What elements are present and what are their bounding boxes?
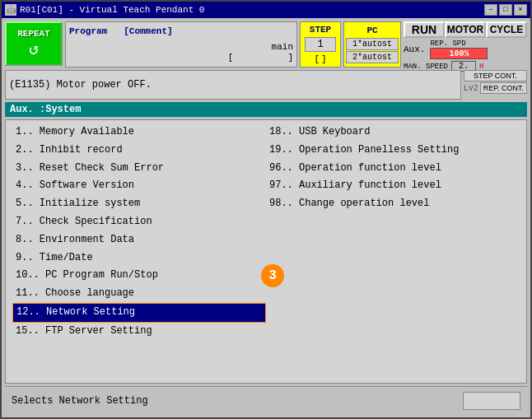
menu-item-18[interactable]: 18.. USB Keyboard <box>266 123 520 142</box>
step-value: 1 <box>305 37 336 52</box>
menu-item-97[interactable]: 97.. Auxiliary function level <box>266 177 520 195</box>
menu-right-col: 18.. USB Keyboard19.. Operation Panelles… <box>266 123 520 379</box>
menu-item-11[interactable]: 11.. Choose language <box>12 285 266 303</box>
menu-item-3[interactable]: 3.. Reset Check Sum Error <box>12 160 266 178</box>
rep-cont-button[interactable]: REP. CONT. <box>480 82 527 94</box>
menu-item-9[interactable]: 9.. Time/Date <box>12 249 266 268</box>
rep-spd-label: REP. SPD <box>430 40 465 48</box>
menu-item-5[interactable]: 5.. Initialize system <box>12 195 266 213</box>
program-value: main <box>272 42 293 52</box>
program-bracket2: ] <box>287 53 293 63</box>
window-title: R01[C01] - Virtual Teach Pendant 0 <box>20 5 204 15</box>
status-bar: Selects Network Setting <box>5 386 527 414</box>
step-annotation: 3 <box>261 264 284 287</box>
speed-bar-fill: 100% <box>431 49 487 58</box>
repeat-icon: ↺ <box>29 39 39 59</box>
lv2-label: Lv2 <box>464 84 478 93</box>
motor-button[interactable]: MOTOR <box>445 21 486 38</box>
step-bk2: ] <box>321 54 327 64</box>
main-area: REPEAT ↺ Program [Comment] main [ <box>2 18 530 417</box>
pc-value1: 1*autost <box>346 38 399 50</box>
repeat-label: REPEAT <box>17 29 50 39</box>
comment-label: [Comment] <box>124 26 172 36</box>
speed-bar: 100% <box>430 48 488 59</box>
message-text: (E1135) Motor power OFF. <box>9 79 152 91</box>
title-bar: 🤖 R01[C01] - Virtual Teach Pendant 0 – □… <box>2 2 530 18</box>
menu-item-12[interactable]: 12.. Network Setting <box>12 303 266 323</box>
message-box: (E1135) Motor power OFF. <box>5 70 461 100</box>
app-icon: 🤖 <box>5 4 16 16</box>
program-bracket: [ <box>228 53 234 63</box>
menu-item-19[interactable]: 19.. Operation Panelless Setting <box>266 142 520 160</box>
status-text: Selects Network Setting <box>12 395 148 407</box>
minimize-button[interactable]: – <box>484 4 497 16</box>
cycle-button[interactable]: CYCLE <box>486 21 527 38</box>
menu-item-1[interactable]: 1.. Memory Available <box>12 123 266 142</box>
pc-label: PC <box>366 26 377 35</box>
step-label: STEP <box>310 25 331 35</box>
repeat-button[interactable]: REPEAT ↺ <box>5 21 63 66</box>
menu-item-8[interactable]: 8.. Environment Data <box>12 231 266 249</box>
menu-item-2[interactable]: 2.. Inhibit record <box>12 142 266 160</box>
aux-system-header: Aux. :System <box>5 102 527 117</box>
menu-left-col: 1.. Memory Available2.. Inhibit record3.… <box>12 123 266 379</box>
menu-item-15[interactable]: 15.. FTP Server Setting <box>12 323 266 341</box>
status-input-box[interactable] <box>463 392 520 410</box>
toolbar-row: REPEAT ↺ Program [Comment] main [ <box>5 21 527 68</box>
menu-item-98[interactable]: 98.. Change operation level <box>266 195 520 213</box>
step-cont-button[interactable]: STEP CONT. <box>464 70 527 81</box>
menu-item-96[interactable]: 96.. Operation function level <box>266 160 520 178</box>
menu-item-4[interactable]: 4.. Software Version <box>12 177 266 195</box>
pc-box: PC 1*autost 2*autost <box>343 21 401 68</box>
man-spd-label: MAN. SPEED <box>404 63 448 71</box>
maximize-button[interactable]: □ <box>499 4 512 16</box>
menu-item-10[interactable]: 10.. PC Program Run/Stop <box>12 267 266 285</box>
step-box: STEP 1 [ ] <box>300 21 341 68</box>
close-button[interactable]: × <box>514 4 527 16</box>
aux-label: Aux. <box>404 44 425 54</box>
program-label: Program <box>69 26 107 36</box>
pc-value2: 2*autost <box>346 51 399 63</box>
program-box: Program [Comment] main [ ] <box>65 21 297 68</box>
main-window: 🤖 R01[C01] - Virtual Teach Pendant 0 – □… <box>0 0 532 419</box>
run-button[interactable]: RUN <box>404 21 445 38</box>
step-bk1: [ <box>314 54 320 64</box>
second-row: (E1135) Motor power OFF. STEP CONT. Lv2 … <box>5 70 527 100</box>
menu-item-7[interactable]: 7.. Check Specification <box>12 213 266 231</box>
